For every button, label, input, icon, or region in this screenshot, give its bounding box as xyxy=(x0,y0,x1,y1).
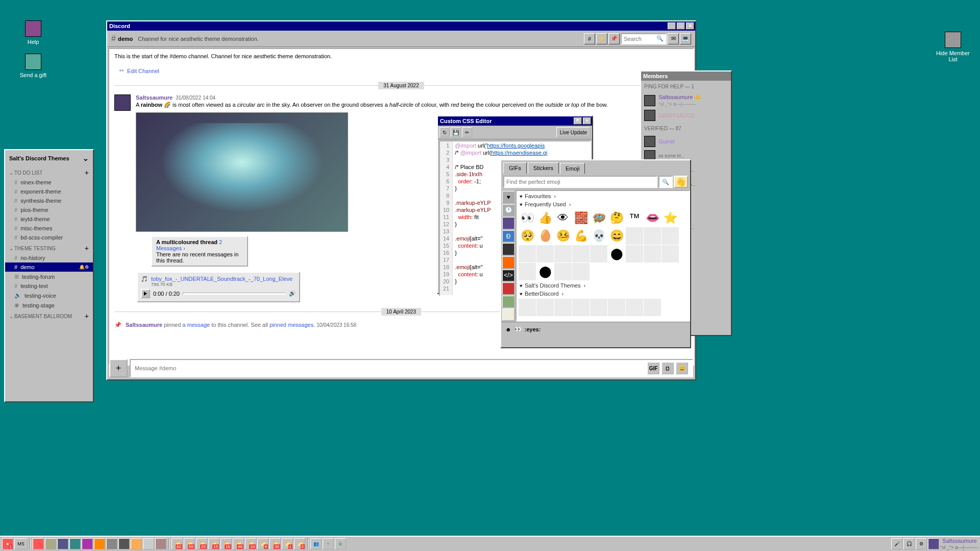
home-button[interactable]: ●1 xyxy=(2,538,13,549)
channel-item[interactable]: testing-text xyxy=(5,281,93,291)
tab-stickers[interactable]: Stickers xyxy=(528,162,559,174)
channel-item[interactable]: testing-forum xyxy=(5,272,93,281)
emoji-item[interactable] xyxy=(590,245,607,262)
cat-server-icon[interactable] xyxy=(502,243,514,255)
emoji-item[interactable]: ⭐ xyxy=(662,209,679,227)
emoji-item[interactable] xyxy=(519,299,536,316)
pinned-message-link[interactable]: a message xyxy=(182,322,210,328)
emoji-item[interactable] xyxy=(662,227,679,245)
member-item[interactable]: Saltssaumure 👑"ol _"> ם—(——— xyxy=(641,92,731,108)
edit-button[interactable]: ✏ xyxy=(462,127,472,137)
edit-channel-link[interactable]: Edit Channel xyxy=(109,63,693,78)
emoji-item[interactable] xyxy=(519,245,536,262)
emoji-section-favourites[interactable]: Favourites xyxy=(518,192,688,200)
play-button[interactable] xyxy=(141,289,150,298)
add-server-button[interactable]: + xyxy=(323,538,334,549)
emoji-item[interactable] xyxy=(572,245,590,262)
close-button[interactable]: ✕ xyxy=(583,117,591,125)
server-folder[interactable]: 📁15 xyxy=(208,538,219,549)
audio-filename[interactable]: toby_fox_-_UNDERTALE_Soundtrack_-_70_Lon… xyxy=(151,276,292,282)
cat-server-icon[interactable] xyxy=(502,308,514,321)
save-button[interactable]: 💾 xyxy=(451,127,461,137)
thread-card[interactable]: A multicoloured thread 2 Messages › Ther… xyxy=(151,236,248,267)
server-folder[interactable]: 📁48 xyxy=(233,538,244,549)
emoji-item[interactable]: ⬤ xyxy=(536,263,554,280)
emoji-item[interactable]: ™ xyxy=(626,209,643,227)
threads-icon[interactable]: # xyxy=(584,33,595,44)
server-folder[interactable]: 📁22 xyxy=(196,538,207,549)
help-icon[interactable]: 💻 xyxy=(680,33,691,44)
emoji-item[interactable]: 💪 xyxy=(572,227,590,245)
server-icon[interactable] xyxy=(118,538,130,549)
tab-gifs[interactable]: GIFs xyxy=(503,162,527,174)
desktop-icon-gift[interactable]: Send a gift xyxy=(15,54,51,78)
emoji-item[interactable]: 👄 xyxy=(644,209,661,227)
cat-server-icon[interactable]: </> xyxy=(502,270,514,282)
channel-item[interactable]: misc-themes xyxy=(5,224,93,233)
emoji-section-bd[interactable]: BetterDiscord xyxy=(518,290,688,298)
emoji-item[interactable] xyxy=(626,299,643,316)
deafen-button[interactable]: 🎧 xyxy=(903,538,915,549)
emoji-item[interactable] xyxy=(626,245,643,262)
server-folder[interactable]: 📁59 xyxy=(184,538,195,549)
cat-server-icon[interactable] xyxy=(502,282,514,295)
search-input[interactable] xyxy=(624,36,656,42)
emoji-item[interactable] xyxy=(590,299,607,316)
emoji-item[interactable] xyxy=(572,299,590,316)
live-update-button[interactable]: Live Update xyxy=(556,127,591,137)
emoji-item[interactable]: 👍 xyxy=(536,209,554,227)
dm-icon[interactable]: 👥 xyxy=(310,538,322,549)
emoji-item[interactable]: 🤒 xyxy=(554,227,572,245)
server-icon[interactable] xyxy=(131,538,142,549)
cat-server-icon[interactable] xyxy=(502,256,514,269)
channel-item[interactable]: pios-theme xyxy=(5,205,93,214)
message-input[interactable] xyxy=(135,365,645,371)
server-name-dropdown[interactable]: Salt's Discord Themes xyxy=(5,150,93,166)
popout-button[interactable]: ⇱ xyxy=(574,117,582,125)
desktop-icon-help[interactable]: Help xyxy=(15,20,51,45)
channel-item[interactable]: no-history xyxy=(5,253,93,262)
avatar[interactable] xyxy=(114,94,131,111)
emoji-item[interactable]: 👀 xyxy=(519,209,536,227)
message-author[interactable]: Saltssaumure xyxy=(126,322,162,328)
add-attachment-button[interactable]: + xyxy=(109,359,128,377)
emoji-item[interactable]: 🪺 xyxy=(590,209,607,227)
server-folder[interactable]: 📁10 xyxy=(245,538,256,549)
emoji-item[interactable]: 🥚 xyxy=(536,227,554,245)
emoji-item[interactable] xyxy=(554,263,572,280)
server-folder[interactable]: 📁30 xyxy=(270,538,281,549)
cat-server-icon[interactable] xyxy=(502,217,514,229)
emoji-item[interactable]: 💀 xyxy=(590,227,607,245)
server-icon[interactable] xyxy=(57,538,68,549)
channel-category[interactable]: TO DO LIST+ xyxy=(5,166,93,178)
member-item[interactable]: Guinel xyxy=(641,134,731,149)
minimize-button[interactable]: _ xyxy=(668,22,676,30)
cat-recent-icon[interactable]: 🕐 xyxy=(502,204,514,217)
server-icon[interactable] xyxy=(94,538,105,549)
member-item[interactable]: GIBBYSAUCE xyxy=(641,108,731,123)
server-icon[interactable] xyxy=(143,538,154,549)
channel-item[interactable]: exponent-theme xyxy=(5,187,93,196)
channel-item[interactable]: ieytd-theme xyxy=(5,214,93,224)
cat-server-icon[interactable] xyxy=(502,296,514,308)
server-icon[interactable] xyxy=(33,538,44,549)
desktop-icon-hide-members[interactable]: Hide Member List xyxy=(935,32,971,62)
server-icon[interactable] xyxy=(45,538,56,549)
message-input-wrap[interactable]: GIF 🗋 😀 xyxy=(130,359,693,377)
pinned-messages-link[interactable]: pinned messages xyxy=(270,322,313,328)
message-author[interactable]: Saltssaumure xyxy=(136,94,173,101)
server-icon[interactable]: MS xyxy=(14,538,28,549)
channel-category[interactable]: BASEMENT BALLROOM+ xyxy=(5,310,93,321)
channel-item[interactable]: testing-stage xyxy=(5,300,93,310)
emoji-item[interactable]: 👁 xyxy=(554,209,572,227)
emoji-grid-scroll[interactable]: Favourites Frequently Used 👀👍👁🧱🪺🤔™👄⭐🥺🥚🤒💪… xyxy=(516,190,690,322)
server-folder[interactable]: 📁16 xyxy=(220,538,232,549)
channel-item[interactable]: ninex-theme xyxy=(5,178,93,187)
emoji-search-button[interactable]: 🔍 xyxy=(658,176,673,188)
emoji-item[interactable]: 🥺 xyxy=(519,227,536,245)
tab-emoji[interactable]: Emoji xyxy=(560,163,585,174)
emoji-item[interactable] xyxy=(536,245,554,262)
audio-progress[interactable] xyxy=(183,293,286,295)
emoji-button[interactable]: 😀 xyxy=(676,362,688,374)
server-icon[interactable] xyxy=(155,538,166,549)
